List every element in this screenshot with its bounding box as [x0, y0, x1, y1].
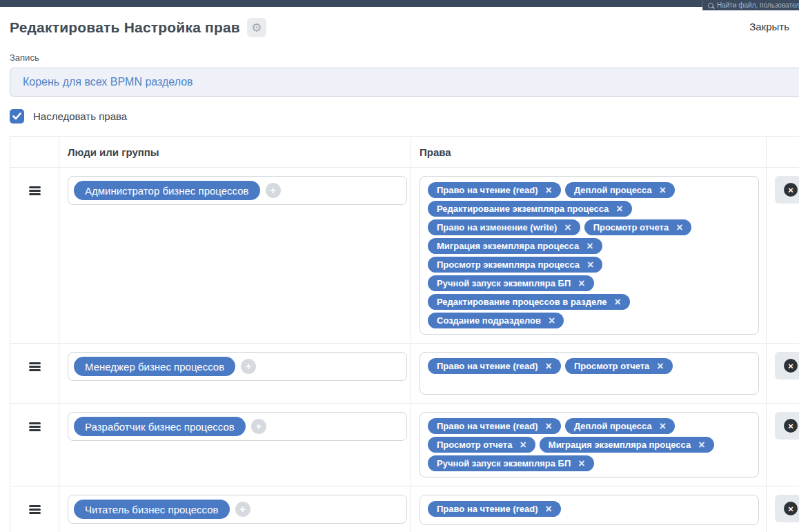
delete-row-button[interactable]: × [775, 495, 799, 522]
group-pill: Менеджер бизнес процессов [74, 357, 235, 376]
remove-permission-icon[interactable]: × [616, 204, 622, 215]
checkbox-checked-icon[interactable] [10, 109, 24, 124]
permission-tag: Миграция экземпляра процесса× [428, 238, 602, 254]
permissions-select-box[interactable]: Право на чтение (read)×Деплой процесса×П… [420, 412, 759, 477]
inherit-rights-checkbox[interactable]: Наследовать права [10, 109, 799, 124]
permission-label: Миграция экземпляра процесса [437, 241, 579, 251]
rights-cell: Право на чтение (read)× [411, 486, 767, 532]
remove-permission-icon[interactable]: × [578, 458, 584, 469]
permissions-select-box[interactable]: Право на чтение (read)×Просмотр отчета× [420, 352, 759, 395]
permission-label: Создание подразделов [437, 315, 541, 326]
table-row: Читатель бизнес процессов + Право на чте… [10, 486, 799, 532]
drag-handle-icon[interactable] [29, 186, 41, 195]
drag-cell [10, 404, 59, 486]
record-input[interactable]: Корень для всех BPMN разделов [10, 68, 799, 97]
permission-tag: Редактирование экземпляра процесса× [428, 201, 632, 217]
permission-tag: Редактирование процессов в разделе× [428, 294, 630, 310]
actions-cell: × [767, 486, 799, 532]
plus-icon: + [246, 359, 252, 374]
permission-label: Редактирование процессов в разделе [437, 297, 607, 307]
drag-handle-icon[interactable] [29, 505, 41, 514]
permission-tag: Право на чтение (read)× [428, 358, 561, 374]
drag-handle-icon[interactable] [29, 422, 41, 431]
remove-permission-icon[interactable]: × [546, 504, 552, 515]
permission-tag: Просмотр отчета× [584, 219, 692, 235]
remove-permission-icon[interactable]: × [587, 259, 593, 270]
remove-permission-icon[interactable]: × [520, 440, 526, 451]
plus-icon: + [239, 502, 246, 517]
plus-icon: + [255, 419, 262, 434]
drag-cell [10, 344, 59, 403]
group-label: Администратор бизнес процессов [85, 185, 249, 197]
header-actions-column [767, 137, 799, 167]
drag-cell [10, 168, 59, 343]
permission-label: Миграция экземпляра процесса [549, 440, 691, 450]
header-drag-column [10, 137, 59, 167]
permissions-dialog: Редактировать Настройка прав ⚙ Закрыть З… [0, 7, 799, 532]
permission-tag: Ручной запуск экземпляра БП× [428, 275, 594, 291]
permission-label: Деплой процесса [574, 185, 652, 195]
add-group-button[interactable]: + [241, 359, 256, 374]
permission-label: Просмотр отчета [593, 222, 669, 233]
permission-tag: Создание подразделов× [428, 313, 564, 328]
group-select-box[interactable]: Администратор бизнес процессов + [68, 176, 407, 205]
permission-label: Ручной запуск экземпляра БП [437, 458, 571, 469]
group-select-box[interactable]: Разработчик бизнес процессов + [68, 412, 407, 441]
permission-label: Право на чтение (read) [437, 504, 538, 514]
permission-tag: Ручной запуск экземпляра БП× [428, 455, 594, 471]
group-pill: Администратор бизнес процессов [74, 181, 260, 200]
drag-handle-icon[interactable] [29, 362, 41, 371]
remove-permission-icon[interactable]: × [657, 361, 663, 372]
close-button[interactable]: Закрыть [749, 21, 789, 32]
remove-permission-icon[interactable]: × [676, 222, 682, 233]
global-search-input[interactable]: Найти файл, пользователя или разд [702, 0, 799, 10]
permission-tag: Просмотр отчета× [565, 358, 673, 374]
table-body: Администратор бизнес процессов + Право н… [10, 168, 799, 532]
dialog-header: Редактировать Настройка прав ⚙ Закрыть [0, 7, 799, 37]
remove-permission-icon[interactable]: × [660, 185, 666, 196]
people-cell: Администратор бизнес процессов + [59, 168, 411, 343]
remove-permission-icon[interactable]: × [615, 297, 621, 308]
delete-row-button[interactable]: × [775, 352, 799, 380]
gear-icon: ⚙ [251, 22, 262, 34]
permission-tag: Деплой процесса× [565, 418, 675, 434]
add-group-button[interactable]: + [235, 502, 250, 517]
actions-cell: × [767, 404, 799, 486]
remove-circle-icon: × [784, 502, 798, 515]
permissions-select-box[interactable]: Право на чтение (read)× [420, 495, 759, 525]
remove-permission-icon[interactable]: × [660, 421, 666, 432]
remove-permission-icon[interactable]: × [578, 278, 584, 289]
search-icon [708, 3, 713, 8]
table-row: Администратор бизнес процессов + Право н… [10, 168, 799, 344]
add-group-button[interactable]: + [251, 419, 266, 434]
rights-cell: Право на чтение (read)×Просмотр отчета× [411, 344, 767, 403]
delete-row-button[interactable]: × [775, 412, 799, 440]
header-rights-column: Права [411, 137, 767, 167]
permissions-select-box[interactable]: Право на чтение (read)×Деплой процесса×Р… [420, 176, 759, 335]
group-select-box[interactable]: Менеджер бизнес процессов + [68, 352, 407, 381]
delete-row-button[interactable]: × [775, 176, 799, 204]
remove-permission-icon[interactable]: × [546, 421, 552, 432]
permission-label: Ручной запуск экземпляра БП [437, 278, 571, 288]
remove-permission-icon[interactable]: × [549, 315, 555, 326]
remove-permission-icon[interactable]: × [698, 440, 704, 451]
permission-label: Редактирование экземпляра процесса [437, 204, 609, 214]
permission-tag: Право на изменение (write)× [428, 219, 580, 235]
remove-permission-icon[interactable]: × [546, 185, 552, 196]
group-select-box[interactable]: Читатель бизнес процессов + [68, 495, 407, 524]
permission-label: Деплой процесса [574, 421, 652, 431]
group-pill: Разработчик бизнес процессов [74, 417, 246, 436]
rights-cell: Право на чтение (read)×Деплой процесса×П… [411, 404, 767, 486]
permission-tag: Просмотр отчета× [428, 437, 535, 453]
remove-permission-icon[interactable]: × [546, 361, 552, 372]
permission-label: Право на чтение (read) [437, 361, 538, 371]
remove-permission-icon[interactable]: × [586, 241, 593, 252]
add-group-button[interactable]: + [266, 183, 281, 198]
remove-permission-icon[interactable]: × [564, 222, 571, 233]
group-label: Менеджер бизнес процессов [85, 361, 224, 373]
settings-gear-button[interactable]: ⚙ [247, 18, 266, 37]
plus-icon: + [270, 183, 276, 198]
group-label: Разработчик бизнес процессов [85, 421, 235, 433]
permission-label: Право на чтение (read) [437, 185, 538, 195]
header-people-column: Люди или группы [59, 137, 411, 167]
